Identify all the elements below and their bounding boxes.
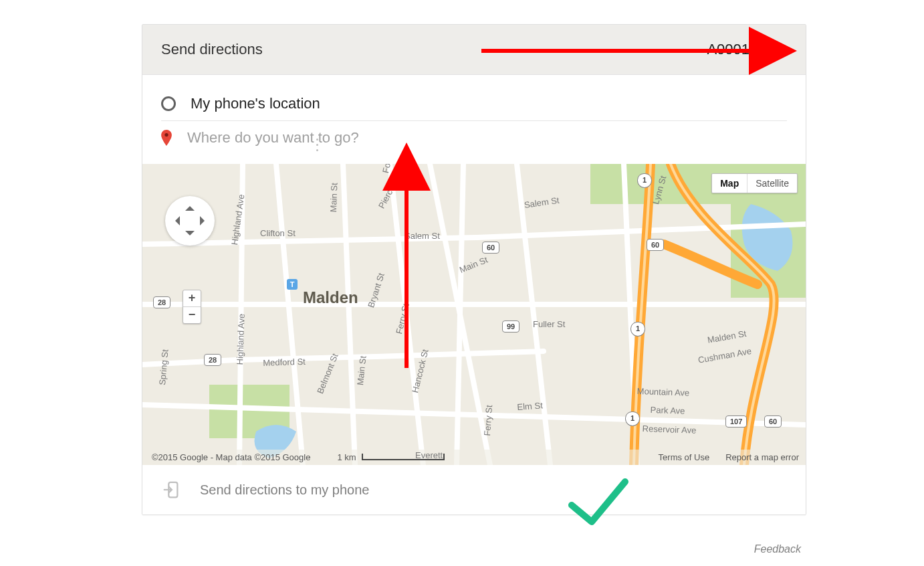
map-terms-link[interactable]: Terms of Use <box>659 452 710 462</box>
origin-input[interactable] <box>191 92 787 115</box>
pan-down-icon <box>185 231 195 240</box>
map-route-shield: 28 <box>153 296 170 308</box>
map-street-label: Salem St <box>405 231 440 241</box>
phone-icon <box>756 38 771 61</box>
map-route-shield: 1 <box>625 411 640 426</box>
map-route-shield: 107 <box>725 415 747 428</box>
pan-control[interactable] <box>165 196 215 246</box>
zoom-in-button[interactable]: + <box>183 290 201 307</box>
device-name: A0001 <box>707 41 749 58</box>
map-street-label: Reservoir Ave <box>642 423 696 436</box>
map-type-satellite[interactable]: Satellite <box>747 174 797 193</box>
map-scale-label: 1 km <box>337 452 356 462</box>
card-footer: Send directions to my phone <box>142 465 806 514</box>
feedback-link[interactable]: Feedback <box>754 543 801 555</box>
zoom-control: + − <box>183 290 201 324</box>
svg-text:T: T <box>290 280 295 288</box>
origin-row <box>161 87 787 121</box>
card-header: Send directions A0001 <box>142 25 806 75</box>
map-route-shield: 60 <box>764 415 782 428</box>
map-type-toggle: Map Satellite <box>711 173 798 193</box>
pan-right-icon <box>200 216 209 225</box>
map-footer: ©2015 Google - Map data ©2015 Google 1 k… <box>142 450 806 465</box>
send-directions-card: Send directions A0001 <box>142 24 806 515</box>
send-to-phone-icon <box>161 480 181 500</box>
pan-up-icon <box>185 201 195 211</box>
map-street-label: Mountain Ave <box>637 386 689 398</box>
svg-point-0 <box>164 133 168 136</box>
map-street-label: Fuller St <box>533 319 565 329</box>
header-title: Send directions <box>161 41 263 58</box>
map-street-label: Everett <box>415 450 443 460</box>
destination-input[interactable] <box>187 126 787 149</box>
zoom-out-button[interactable]: − <box>183 307 201 323</box>
map-copyright: ©2015 Google - Map data ©2015 Google <box>152 452 310 462</box>
directions-inputs <box>142 75 806 164</box>
map-type-map[interactable]: Map <box>712 174 747 193</box>
map-route-shield: 1 <box>637 173 652 188</box>
map-route-shield: 28 <box>204 354 221 366</box>
origin-icon <box>161 96 176 111</box>
map-route-shield: 60 <box>482 242 499 254</box>
chevron-down-icon <box>778 47 787 53</box>
map-route-shield: 99 <box>502 320 519 333</box>
map-canvas[interactable]: T Malden + − Map Satellite ©2015 Google … <box>142 164 806 465</box>
send-to-phone-button[interactable]: Send directions to my phone <box>200 482 370 498</box>
device-picker[interactable]: A0001 <box>707 38 787 61</box>
map-street-label: Medford St <box>263 357 306 368</box>
map-city-label: Malden <box>303 288 358 307</box>
route-connector-dots <box>316 138 318 151</box>
map-route-shield: 1 <box>630 322 645 337</box>
map-route-shield: 60 <box>647 239 664 251</box>
map-street-label: Highland Ave <box>235 314 247 365</box>
map-street-label: Elm St <box>517 400 543 412</box>
map-street-label: Ferry St <box>482 405 494 436</box>
pan-left-icon <box>170 216 180 225</box>
map-report-link[interactable]: Report a map error <box>725 452 799 462</box>
map-street-label: Main St <box>328 183 340 213</box>
map-street-label: Park Ave <box>650 405 685 416</box>
map-street-label: Clifton St <box>260 228 296 238</box>
destination-pin-icon <box>160 130 172 146</box>
destination-row <box>161 121 787 155</box>
